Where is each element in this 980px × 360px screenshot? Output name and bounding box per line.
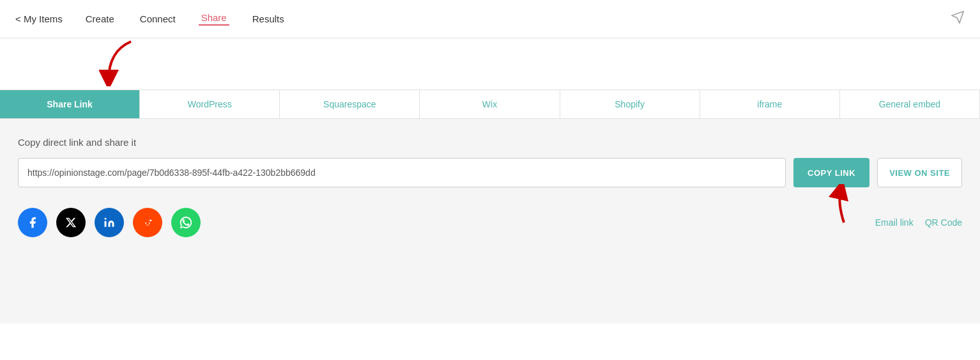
svg-point-9 (146, 223, 146, 223)
whatsapp-share-button[interactable] (171, 208, 201, 237)
social-share-row: Email link QR Code (18, 208, 962, 237)
tab-wordpress[interactable]: WordPress (140, 90, 280, 118)
tab-squarespace[interactable]: Squarespace (280, 90, 420, 118)
link-input[interactable] (18, 158, 786, 187)
email-link-button[interactable]: Email link (875, 217, 914, 228)
tab-general-embed[interactable]: General embed (840, 90, 979, 118)
nav-results[interactable]: Results (250, 13, 287, 24)
tabs-bar: Share Link WordPress Squarespace Wix Sho… (0, 90, 980, 119)
svg-marker-0 (952, 12, 963, 23)
svg-rect-1 (105, 221, 107, 227)
copy-link-button[interactable]: COPY LINK (793, 158, 869, 187)
linkedin-share-button[interactable] (95, 208, 124, 237)
nav-back-link[interactable]: < My Items (15, 13, 63, 24)
tab-shopify[interactable]: Shopify (560, 90, 700, 118)
send-icon (951, 10, 965, 27)
section-label: Copy direct link and share it (18, 137, 962, 148)
tab-share-link[interactable]: Share Link (0, 90, 140, 118)
arrow-annotation (0, 38, 980, 90)
svg-point-10 (149, 223, 149, 223)
tab-iframe[interactable]: iframe (700, 90, 840, 118)
red-arrow-annotation (99, 38, 137, 86)
svg-point-2 (105, 218, 107, 220)
view-on-site-button[interactable]: VIEW ON SITE (877, 158, 962, 187)
qr-code-button[interactable]: QR Code (925, 217, 962, 228)
nav-connect[interactable]: Connect (137, 13, 178, 24)
tab-wix[interactable]: Wix (420, 90, 560, 118)
content-area: Copy direct link and share it COPY LINK … (0, 119, 980, 324)
reddit-share-button[interactable] (133, 208, 162, 237)
x-twitter-share-button[interactable] (56, 208, 86, 237)
nav-share[interactable]: Share (199, 12, 229, 26)
top-navigation: < My Items Create Connect Share Results (0, 0, 980, 38)
nav-create[interactable]: Create (83, 13, 117, 24)
extra-links: Email link QR Code (875, 217, 962, 228)
facebook-share-button[interactable] (18, 208, 47, 237)
link-row: COPY LINK VIEW ON SITE (18, 158, 962, 187)
red-arrow-copy-annotation (825, 184, 857, 226)
